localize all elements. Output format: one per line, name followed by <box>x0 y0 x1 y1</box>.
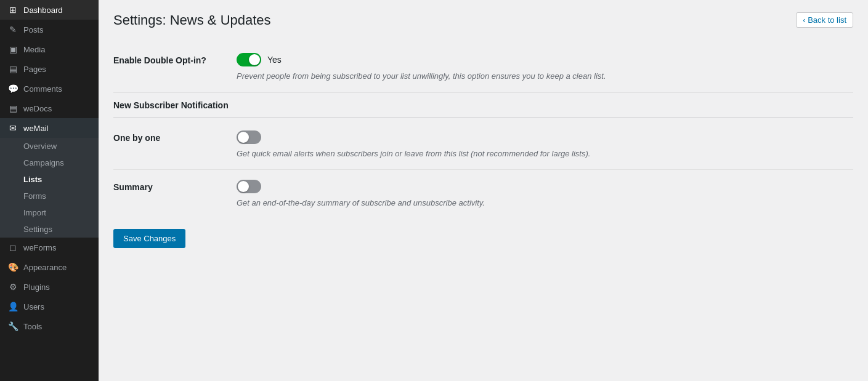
summary-row: Summary Get an end-of-the-day summary of… <box>113 170 853 219</box>
sidebar-item-label: Tools <box>23 322 42 331</box>
submenu-item-lists[interactable]: Lists <box>0 171 99 188</box>
sidebar-item-label: Posts <box>23 25 44 34</box>
double-opt-in-slider <box>237 53 261 66</box>
wedocs-icon: ▤ <box>7 103 18 113</box>
media-icon: ▣ <box>7 44 18 54</box>
sidebar-item-label: weForms <box>23 243 56 252</box>
double-opt-in-toggle-row: Yes <box>237 53 853 66</box>
submenu-item-import[interactable]: Import <box>0 204 99 221</box>
wemail-icon: ✉ <box>7 123 18 133</box>
sidebar-item-appearance[interactable]: 🎨 Appearance <box>0 257 99 277</box>
save-changes-button[interactable]: Save Changes <box>113 229 185 248</box>
sidebar-item-wemail[interactable]: ✉ weMail <box>0 118 99 138</box>
summary-slider <box>237 180 261 193</box>
notification-section-heading: New Subscriber Notification <box>113 93 853 118</box>
one-by-one-toggle-row <box>237 130 853 144</box>
double-opt-in-toggle[interactable] <box>237 53 261 66</box>
one-by-one-row: One by one Get quick email alerts when s… <box>113 121 853 170</box>
sidebar-item-users[interactable]: 👤 Users <box>0 297 99 316</box>
double-opt-in-control: Yes Prevent people from being subscribed… <box>237 53 853 82</box>
double-opt-in-label: Enable Double Opt-in? <box>113 53 237 65</box>
submenu-item-forms[interactable]: Forms <box>0 188 99 204</box>
page-header: Settings: News & Updates ‹ Back to list <box>113 12 853 28</box>
sidebar-item-label: Users <box>23 302 44 311</box>
sidebar-item-label: Pages <box>23 65 46 74</box>
users-icon: 👤 <box>7 302 18 311</box>
sidebar-item-pages[interactable]: ▤ Pages <box>0 59 99 79</box>
sidebar: ⊞ Dashboard ✎ Posts ▣ Media ▤ Pages 💬 Co… <box>0 0 99 381</box>
weforms-icon: ◻ <box>7 243 18 252</box>
posts-icon: ✎ <box>7 25 18 34</box>
comments-icon: 💬 <box>7 84 18 94</box>
summary-control: Get an end-of-the-day summary of subscri… <box>237 180 853 209</box>
back-to-list-button[interactable]: ‹ Back to list <box>796 12 853 28</box>
double-opt-in-yes-label: Yes <box>267 55 282 65</box>
submenu-item-campaigns[interactable]: Campaigns <box>0 154 99 171</box>
sidebar-item-label: Media <box>23 45 45 54</box>
dashboard-icon: ⊞ <box>7 5 18 15</box>
summary-label: Summary <box>113 180 237 192</box>
content-area: Settings: News & Updates ‹ Back to list … <box>99 0 868 381</box>
sidebar-item-dashboard[interactable]: ⊞ Dashboard <box>0 0 99 20</box>
sidebar-item-weforms[interactable]: ◻ weForms <box>0 238 99 257</box>
summary-description: Get an end-of-the-day summary of subscri… <box>237 197 853 209</box>
double-opt-in-row: Enable Double Opt-in? Yes Prevent people… <box>113 43 853 93</box>
page-title: Settings: News & Updates <box>113 12 271 28</box>
sidebar-item-media[interactable]: ▣ Media <box>0 39 99 59</box>
sidebar-item-posts[interactable]: ✎ Posts <box>0 20 99 39</box>
sidebar-item-wedocs[interactable]: ▤ weDocs <box>0 98 99 118</box>
sidebar-item-label: Plugins <box>23 283 50 292</box>
submenu-item-settings[interactable]: Settings <box>0 221 99 238</box>
sidebar-item-label: weDocs <box>23 104 52 113</box>
sidebar-item-label: weMail <box>23 124 48 133</box>
submenu-item-overview[interactable]: Overview <box>0 138 99 154</box>
one-by-one-label: One by one <box>113 130 237 143</box>
appearance-icon: 🎨 <box>7 262 18 272</box>
one-by-one-description: Get quick email alerts when subscribers … <box>237 148 853 160</box>
pages-icon: ▤ <box>7 64 18 74</box>
summary-toggle[interactable] <box>237 180 261 193</box>
sidebar-item-label: Appearance <box>23 263 67 272</box>
one-by-one-control: Get quick email alerts when subscribers … <box>237 130 853 160</box>
double-opt-in-description: Prevent people from being subscribed to … <box>237 70 853 82</box>
wemail-submenu: Overview Campaigns Lists Forms Import Se… <box>0 138 99 238</box>
one-by-one-toggle[interactable] <box>237 130 261 144</box>
sidebar-item-label: Comments <box>23 84 62 94</box>
sidebar-item-tools[interactable]: 🔧 Tools <box>0 316 99 336</box>
tools-icon: 🔧 <box>7 321 18 331</box>
sidebar-item-label: Dashboard <box>23 6 63 15</box>
summary-toggle-row <box>237 180 853 193</box>
one-by-one-slider <box>237 130 261 144</box>
plugins-icon: ⚙ <box>7 282 18 292</box>
sidebar-item-plugins[interactable]: ⚙ Plugins <box>0 277 99 297</box>
sidebar-item-comments[interactable]: 💬 Comments <box>0 79 99 98</box>
main-content: Settings: News & Updates ‹ Back to list … <box>99 0 868 381</box>
